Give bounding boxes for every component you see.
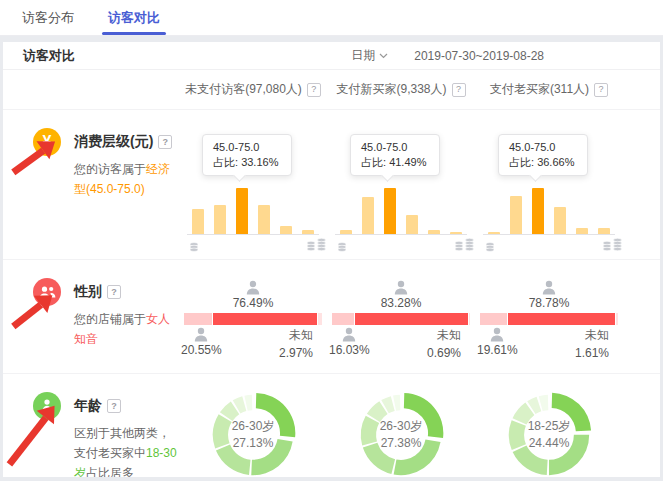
donut-center-value: 27.13% xyxy=(233,435,274,452)
tab-visitor-comparison[interactable]: 访客对比 xyxy=(108,0,160,35)
chart-tooltip: 45.0-75.0 占比: 33.16% xyxy=(202,134,292,176)
donut-center-label: 26-30岁 xyxy=(380,418,423,435)
age-chart-unpaid[interactable]: 26-30岁 27.13% xyxy=(179,374,327,477)
female-icon xyxy=(541,280,557,295)
donut-chart: 26-30岁 27.13% xyxy=(209,391,297,477)
gender-group-icon xyxy=(33,278,61,306)
bar-chart xyxy=(340,188,462,234)
axis-line xyxy=(335,234,467,235)
column-header-old-buyers: 支付老买家(311人) ? xyxy=(475,70,623,109)
chevron-down-icon xyxy=(379,53,388,59)
male-icon xyxy=(341,327,357,342)
age-chart-new-buyers[interactable]: 26-30岁 27.38% xyxy=(327,374,475,477)
help-icon[interactable]: ? xyxy=(158,135,172,149)
male-percent: 16.03% xyxy=(329,343,370,357)
axis-line xyxy=(187,234,319,235)
help-icon[interactable]: ? xyxy=(107,285,121,299)
donut-center-label: 26-30岁 xyxy=(232,418,275,435)
page-title: 访客对比 xyxy=(23,47,75,65)
male-icon xyxy=(193,327,209,342)
male-percent: 20.55% xyxy=(181,343,222,357)
unknown-label: 未知 xyxy=(437,327,461,344)
visitor-comparison-card: 访客对比 日期 2019-07-30~2019-08-28 未支付访客(97,0… xyxy=(3,42,660,477)
female-percent: 78.78% xyxy=(529,296,570,310)
bar-chart xyxy=(488,188,610,234)
column-title: 支付新买家(9,338人) xyxy=(336,81,446,98)
help-icon[interactable]: ? xyxy=(107,399,121,413)
row-description: 您的店铺属于女人知音 xyxy=(74,309,179,349)
chart-tooltip: 45.0-75.0 占比: 36.66% xyxy=(498,134,588,176)
date-range[interactable]: 2019-07-30~2019-08-28 xyxy=(414,49,544,63)
donut-center-value: 24.44% xyxy=(529,435,570,452)
gender-stacked-bar xyxy=(184,313,322,325)
help-icon[interactable]: ? xyxy=(452,83,466,97)
row-title: 消费层级(元) xyxy=(74,133,153,151)
date-dropdown-label: 日期 xyxy=(351,47,375,64)
consumption-chart-unpaid[interactable]: 45.0-75.0 占比: 33.16% xyxy=(179,110,327,259)
male-icon xyxy=(489,327,505,342)
donut-center-label: 18-25岁 xyxy=(528,418,571,435)
unknown-percent: 2.97% xyxy=(279,346,313,360)
column-header-unpaid: 未支付访客(97,080人) ? xyxy=(179,70,327,109)
low-spend-coin-icon xyxy=(337,238,347,256)
female-percent: 83.28% xyxy=(381,296,422,310)
axis-line xyxy=(483,234,615,235)
gender-stacked-bar xyxy=(480,313,618,325)
tab-bar: 访客分布 访客对比 xyxy=(0,0,663,36)
high-spend-coins-icon xyxy=(602,237,623,255)
card-header: 访客对比 日期 2019-07-30~2019-08-28 xyxy=(3,42,660,70)
age-row: 年龄 ? 区别于其他两类，支付老买家中18-30岁占比居多 26-30岁 27.… xyxy=(3,374,660,477)
unknown-percent: 0.69% xyxy=(427,346,461,360)
high-spend-coins-icon xyxy=(306,237,327,255)
column-title: 支付老买家(311人) xyxy=(490,81,589,98)
consumption-chart-old-buyers[interactable]: 45.0-75.0 占比: 36.66% xyxy=(475,110,623,259)
row-title: 性别 xyxy=(74,283,102,301)
gender-row: 性别 ? 您的店铺属于女人知音 76.49% 20.55% 未知 2.97% xyxy=(3,260,660,374)
consumption-row: ¥ 消费层级(元) ? 您的访客属于经济型(45.0-75.0) 45.0-75… xyxy=(3,110,660,260)
help-icon[interactable]: ? xyxy=(594,83,608,97)
gender-stacked-bar xyxy=(332,313,470,325)
female-percent: 76.49% xyxy=(233,296,274,310)
consumption-chart-new-buyers[interactable]: 45.0-75.0 占比: 41.49% xyxy=(327,110,475,259)
tab-visitor-distribution[interactable]: 访客分布 xyxy=(22,0,74,35)
donut-center-value: 27.38% xyxy=(381,435,422,452)
unknown-percent: 1.61% xyxy=(575,346,609,360)
help-icon[interactable]: ? xyxy=(307,83,321,97)
gender-chart-new-buyers[interactable]: 83.28% 16.03% 未知 0.69% xyxy=(327,260,475,373)
age-chart-old-buyers[interactable]: 18-25岁 24.44% xyxy=(475,374,623,477)
gender-chart-unpaid[interactable]: 76.49% 20.55% 未知 2.97% xyxy=(179,260,327,373)
column-header-row: 未支付访客(97,080人) ? 支付新买家(9,338人) ? 支付老买家(3… xyxy=(3,70,660,110)
low-spend-coin-icon xyxy=(189,238,199,256)
column-title: 未支付访客(97,080人) xyxy=(185,81,302,98)
high-spend-coins-icon xyxy=(454,237,475,255)
row-description: 您的访客属于经济型(45.0-75.0) xyxy=(74,159,179,199)
yen-icon: ¥ xyxy=(33,128,61,156)
donut-chart: 26-30岁 27.38% xyxy=(357,391,445,477)
male-percent: 19.61% xyxy=(477,343,518,357)
date-dropdown[interactable]: 日期 xyxy=(351,47,388,64)
bar-chart xyxy=(192,188,314,234)
chart-tooltip: 45.0-75.0 占比: 41.49% xyxy=(350,134,440,176)
low-spend-coin-icon xyxy=(485,238,495,256)
donut-chart: 18-25岁 24.44% xyxy=(505,391,593,477)
row-title: 年龄 xyxy=(74,397,102,415)
female-icon xyxy=(393,280,409,295)
row-description: 区别于其他两类，支付老买家中18-30岁占比居多 xyxy=(74,423,179,477)
column-header-new-buyers: 支付新买家(9,338人) ? xyxy=(327,70,475,109)
person-icon xyxy=(33,392,61,420)
female-icon xyxy=(245,280,261,295)
unknown-label: 未知 xyxy=(289,327,313,344)
gender-chart-old-buyers[interactable]: 78.78% 19.61% 未知 1.61% xyxy=(475,260,623,373)
unknown-label: 未知 xyxy=(585,327,609,344)
